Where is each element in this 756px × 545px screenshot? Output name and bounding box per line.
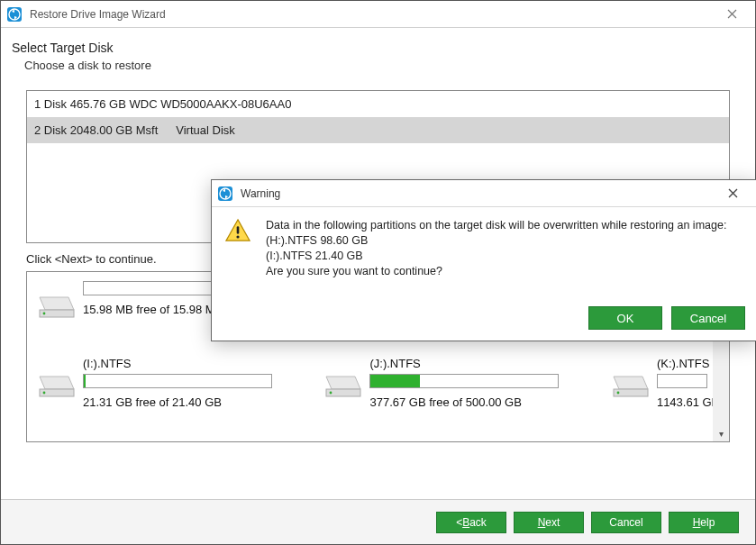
partition-label: (K:).NTFS <box>657 357 718 370</box>
drive-icon <box>36 371 76 400</box>
window-close-button[interactable] <box>714 2 750 27</box>
svg-rect-18 <box>237 226 240 233</box>
partition-item[interactable]: (I:).NTFS 21.31 GB free of 21.40 GB <box>27 351 310 409</box>
next-button[interactable]: Next <box>514 512 584 533</box>
partition-item[interactable]: (K:).NTFS 1143.61 GB <box>601 351 727 409</box>
usage-bar <box>369 374 559 388</box>
window-title: Restore Drive Image Wizard <box>30 8 714 21</box>
svg-marker-10 <box>326 377 360 389</box>
app-icon <box>6 6 23 23</box>
dialog-cancel-button[interactable]: Cancel <box>671 306 745 330</box>
scroll-down-icon[interactable]: ▾ <box>713 425 729 441</box>
back-button[interactable]: < Back <box>436 512 506 533</box>
svg-marker-13 <box>614 377 648 389</box>
partition-free-text: 1143.61 GB <box>657 395 718 409</box>
warning-dialog: Warning Data in the following partitions… <box>211 179 756 341</box>
drive-icon <box>323 371 362 400</box>
dialog-titlebar: Warning <box>212 180 756 207</box>
drive-icon <box>36 292 76 321</box>
svg-point-9 <box>43 392 46 395</box>
cancel-button[interactable]: Cancel <box>591 512 661 533</box>
dialog-body: Data in the following partitions on the … <box>212 207 756 279</box>
wizard-footer: < Back Next Cancel Help <box>1 499 755 544</box>
main-window: Restore Drive Image Wizard Select Target… <box>0 0 756 545</box>
close-icon <box>728 188 738 198</box>
app-icon <box>217 186 233 202</box>
svg-point-15 <box>617 392 620 395</box>
drive-icon <box>610 371 650 400</box>
svg-point-19 <box>236 235 239 238</box>
page-title: Select Target Disk <box>12 41 744 55</box>
dialog-line: (I:).NTFS 21.40 GB <box>266 249 726 264</box>
dialog-text: Data in the following partitions on the … <box>266 218 726 279</box>
svg-marker-1 <box>40 297 74 310</box>
help-button[interactable]: Help <box>669 512 739 533</box>
partition-item[interactable]: (J:).NTFS 377.67 GB free of 500.00 GB <box>314 351 597 409</box>
wizard-header: Select Target Disk Choose a disk to rest… <box>1 28 755 83</box>
dialog-close-button[interactable] <box>715 181 751 206</box>
partition-label: (J:).NTFS <box>369 357 587 370</box>
ok-button[interactable]: OK <box>588 306 662 330</box>
dialog-footer: OK Cancel <box>588 306 745 330</box>
svg-point-12 <box>330 392 332 395</box>
svg-marker-7 <box>40 377 74 389</box>
usage-bar <box>83 374 272 388</box>
dialog-title: Warning <box>241 187 715 200</box>
disk-label: Virtual Disk <box>176 123 235 137</box>
disk-label: 1 Disk 465.76 GB WDC WD5000AAKX-08U6AA0 <box>34 97 291 111</box>
disk-row[interactable]: 2 Disk 2048.00 GB MsftVirtual Disk <box>27 117 729 143</box>
partition-free-text: 377.67 GB free of 500.00 GB <box>369 395 587 409</box>
dialog-line: Are you sure you want to continue? <box>266 264 726 279</box>
partition-label: (I:).NTFS <box>83 357 301 370</box>
warning-icon <box>224 218 255 279</box>
page-subtitle: Choose a disk to restore <box>24 59 744 72</box>
titlebar: Restore Drive Image Wizard <box>1 1 755 28</box>
usage-bar <box>657 374 707 388</box>
svg-point-3 <box>43 313 46 315</box>
dialog-line: Data in the following partitions on the … <box>266 218 726 233</box>
dialog-line: (H:).NTFS 98.60 GB <box>266 233 726 249</box>
disk-label: 2 Disk 2048.00 GB Msft <box>34 123 158 137</box>
close-icon <box>727 9 737 19</box>
partition-free-text: 21.31 GB free of 21.40 GB <box>83 395 301 409</box>
disk-row[interactable]: 1 Disk 465.76 GB WDC WD5000AAKX-08U6AA0 <box>27 91 729 117</box>
